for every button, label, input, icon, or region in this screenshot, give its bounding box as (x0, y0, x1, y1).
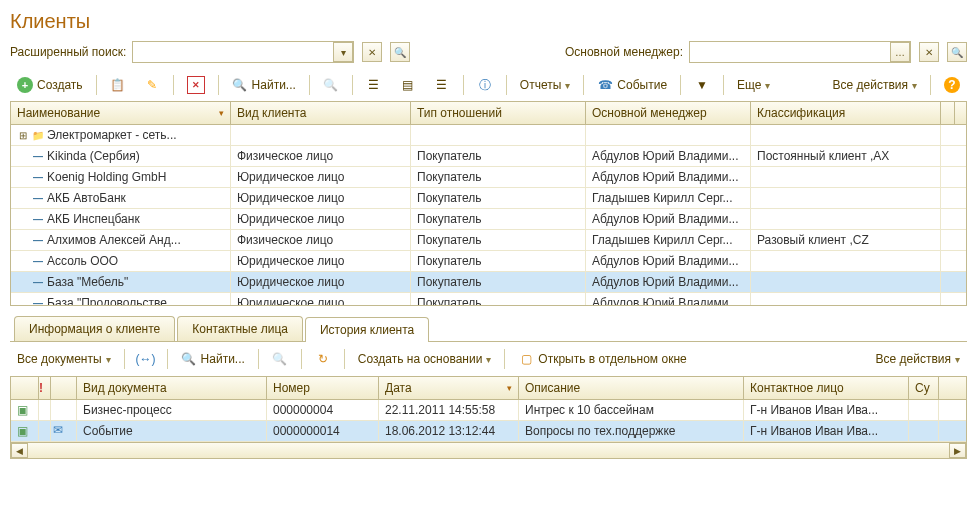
event-button[interactable]: ☎Событие (590, 74, 674, 96)
manager-filter-input[interactable] (690, 45, 888, 59)
create-based-button[interactable]: Создать на основании (351, 349, 499, 369)
table-row[interactable]: ▣Бизнес-процесс00000000422.11.2011 14:55… (11, 400, 966, 421)
search-icon[interactable]: 🔍 (390, 42, 410, 62)
client-name: Электромаркет - сеть... (47, 128, 177, 142)
col-type-icon[interactable] (51, 377, 77, 399)
table-row[interactable]: —База "Продовольстве...Юридическое лицоП… (11, 293, 966, 305)
col-date[interactable]: Дата (379, 377, 519, 399)
col-name[interactable]: Наименование (11, 102, 231, 124)
clients-grid-header: Наименование Вид клиента Тип отношений О… (11, 102, 966, 125)
doc-contact: Г-н Иванов Иван Ива... (744, 400, 909, 420)
tab-info[interactable]: Информация о клиенте (14, 316, 175, 341)
table-row[interactable]: —АКБ ИнспецбанкЮридическое лицоПокупател… (11, 209, 966, 230)
table-row[interactable]: —База "Мебель"Юридическое лицоПокупатель… (11, 272, 966, 293)
table-row[interactable]: —АКБ АвтоБанкЮридическое лицоПокупательГ… (11, 188, 966, 209)
help-button[interactable]: ? (937, 74, 967, 96)
col-manager[interactable]: Основной менеджер (586, 102, 751, 124)
dropdown-icon[interactable]: ▾ (333, 42, 353, 62)
col-doc-icon[interactable] (11, 377, 39, 399)
copy-button[interactable]: 📋 (103, 74, 133, 96)
clear-find2-button[interactable]: 🔍 (265, 348, 295, 370)
doc-su (909, 421, 939, 441)
info-button[interactable]: ⓘ (470, 74, 500, 96)
tab-history[interactable]: История клиента (305, 317, 429, 342)
table-row[interactable]: —Kikinda (Сербия)Физическое лицоПокупате… (11, 146, 966, 167)
client-relation: Покупатель (411, 230, 586, 250)
tree-indent (17, 235, 29, 246)
client-name: База "Мебель" (47, 275, 128, 289)
manager-filter-combo[interactable]: … (689, 41, 911, 63)
col-kind[interactable]: Вид клиента (231, 102, 411, 124)
tree-mode-button[interactable]: ☰ (427, 74, 457, 96)
col-doctype[interactable]: Вид документа (77, 377, 267, 399)
ext-search-combo[interactable]: ▾ (132, 41, 354, 63)
calendar-icon: ☎ (597, 77, 613, 93)
create-button[interactable]: +Создать (10, 74, 90, 96)
more-button[interactable]: Еще (730, 75, 777, 95)
expand-icon[interactable]: ⊞ (17, 130, 29, 141)
help-icon: ? (944, 77, 960, 93)
history-grid-body[interactable]: ▣Бизнес-процесс00000000422.11.2011 14:55… (11, 400, 966, 442)
table-row[interactable]: ▣✉Событие000000001418.06.2012 13:12:44Во… (11, 421, 966, 442)
doc-status-icon: ▣ (11, 421, 39, 441)
col-number[interactable]: Номер (267, 377, 379, 399)
doc-type: Бизнес-процесс (77, 400, 267, 420)
find-button[interactable]: 🔍Найти... (225, 74, 303, 96)
copy-icon: 📋 (110, 77, 126, 93)
col-classification[interactable]: Классификация (751, 102, 941, 124)
item-icon: — (32, 193, 44, 204)
client-kind: Юридическое лицо (231, 272, 411, 292)
tree-indent (17, 256, 29, 267)
magnifier-icon: 🔍 (232, 77, 248, 93)
client-manager: Гладышев Кирилл Серг... (586, 188, 751, 208)
doc-su (909, 400, 939, 420)
clear-find-button[interactable]: 🔍 (316, 74, 346, 96)
client-manager (586, 125, 751, 145)
doc-flag (39, 421, 51, 441)
delete-button[interactable]: ✕ (180, 73, 212, 97)
delete-icon: ✕ (187, 76, 205, 94)
client-manager: Гладышев Кирилл Серг... (586, 230, 751, 250)
client-kind: Юридическое лицо (231, 167, 411, 187)
col-relation[interactable]: Тип отношений (411, 102, 586, 124)
lookup-icon[interactable]: … (890, 42, 910, 62)
client-name: Koenig Holding GmbH (47, 170, 166, 184)
tab-contacts[interactable]: Контактные лица (177, 316, 303, 341)
col-contact[interactable]: Контактное лицо (744, 377, 909, 399)
expand-button[interactable]: (↔) (131, 348, 161, 370)
plus-icon: + (17, 77, 33, 93)
ext-search-input[interactable] (133, 45, 331, 59)
all-docs-button[interactable]: Все документы (10, 349, 118, 369)
reports-button[interactable]: Отчеты (513, 75, 577, 95)
clear-search-icon[interactable]: ✕ (362, 42, 382, 62)
tree-indent (17, 172, 29, 183)
find2-button[interactable]: 🔍Найти... (174, 348, 252, 370)
clients-grid-body[interactable]: ⊞📁Электромаркет - сеть... —Kikinda (Серб… (11, 125, 966, 305)
clear-manager-icon[interactable]: ✕ (919, 42, 939, 62)
list-mode-button[interactable]: ☰ (359, 74, 389, 96)
refresh-icon: ↻ (315, 351, 331, 367)
history-grid-header: ! Вид документа Номер Дата Описание Конт… (11, 377, 966, 400)
horizontal-scrollbar[interactable] (10, 443, 967, 459)
col-su[interactable]: Су (909, 377, 939, 399)
col-desc[interactable]: Описание (519, 377, 744, 399)
edit-button[interactable]: ✎ (137, 74, 167, 96)
table-row[interactable]: ⊞📁Электромаркет - сеть... (11, 125, 966, 146)
open-window-button[interactable]: ▢Открыть в отдельном окне (511, 348, 693, 370)
refresh-button[interactable]: ↻ (308, 348, 338, 370)
detail-mode-button[interactable]: ▤ (393, 74, 423, 96)
filter-button[interactable]: ▼ (687, 74, 717, 96)
table-row[interactable]: —Ассоль ОООЮридическое лицоПокупательАбд… (11, 251, 966, 272)
client-class (751, 293, 941, 305)
table-row[interactable]: —Алхимов Алексей Анд...Физическое лицоПо… (11, 230, 966, 251)
client-kind: Юридическое лицо (231, 188, 411, 208)
doc-number: 000000004 (267, 400, 379, 420)
col-flag[interactable]: ! (39, 377, 51, 399)
client-class (751, 188, 941, 208)
main-toolbar: +Создать 📋 ✎ ✕ 🔍Найти... 🔍 ☰ ▤ ☰ ⓘ Отчет… (10, 69, 967, 101)
search-manager-icon[interactable]: 🔍 (947, 42, 967, 62)
item-icon: — (32, 298, 44, 306)
all-actions-button[interactable]: Все действия (826, 75, 924, 95)
all-actions2-button[interactable]: Все действия (869, 349, 967, 369)
table-row[interactable]: —Koenig Holding GmbHЮридическое лицоПоку… (11, 167, 966, 188)
